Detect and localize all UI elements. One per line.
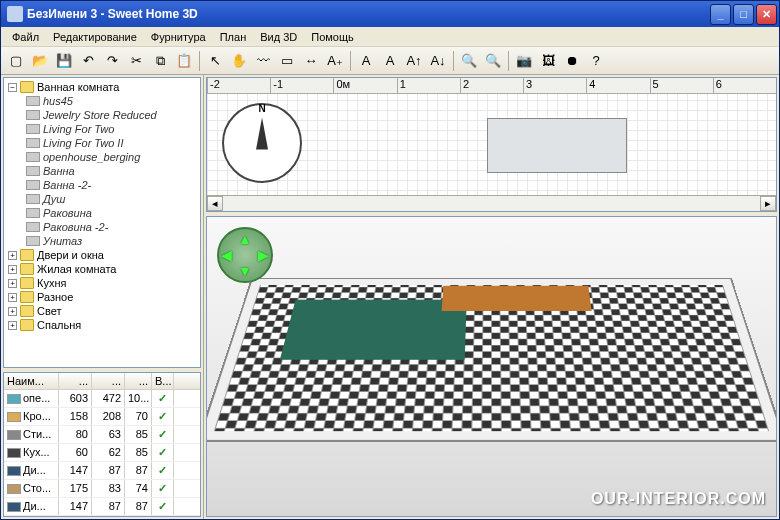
wall-icon[interactable]: 〰 — [252, 50, 274, 72]
nav-right-icon[interactable]: ▶ — [258, 247, 269, 263]
pan-icon[interactable]: ✋ — [228, 50, 250, 72]
scroll-right-icon[interactable]: ▸ — [760, 196, 776, 211]
catalog-tree[interactable]: − Ванная комната hus45Jewelry Store Redu… — [3, 77, 201, 368]
expand-icon[interactable]: + — [8, 265, 17, 274]
menu-view3d[interactable]: Вид 3D — [253, 29, 304, 45]
titlebar[interactable]: БезИмени 3 - Sweet Home 3D _ □ ✕ — [1, 1, 779, 27]
nav-down-icon[interactable]: ▼ — [238, 263, 252, 279]
copy-icon[interactable]: ⧉ — [149, 50, 171, 72]
text-bold-icon[interactable]: A — [355, 50, 377, 72]
expand-icon[interactable]: + — [8, 251, 17, 260]
redo-icon[interactable]: ↷ — [101, 50, 123, 72]
zoom-in-icon[interactable]: 🔍 — [458, 50, 480, 72]
open-icon[interactable]: 📂 — [29, 50, 51, 72]
tree-item[interactable]: Living For Two — [26, 122, 198, 136]
furniture-icon — [26, 236, 40, 246]
col-depth[interactable]: ... — [92, 373, 125, 389]
tree-root-label: Ванная комната — [37, 81, 119, 93]
check-icon[interactable]: ✓ — [158, 410, 167, 422]
check-icon[interactable]: ✓ — [158, 446, 167, 458]
tree-folder[interactable]: +Разное — [8, 290, 198, 304]
tree-folder[interactable]: +Жилая комната — [8, 262, 198, 276]
new-icon[interactable]: ▢ — [5, 50, 27, 72]
tree-item[interactable]: openhouse_berging — [26, 150, 198, 164]
plan-view-2d[interactable]: -2-10м123456 ◂ ▸ — [206, 77, 777, 212]
table-row[interactable]: Ди...1478787✓ — [4, 462, 200, 480]
tree-folder[interactable]: +Двери и окна — [8, 248, 198, 262]
tree-item[interactable]: Ванна -2- — [26, 178, 198, 192]
tree-item[interactable]: Раковина -2- — [26, 220, 198, 234]
col-name[interactable]: Наим... — [4, 373, 59, 389]
check-icon[interactable]: ✓ — [158, 482, 167, 494]
scroll-track[interactable] — [223, 196, 760, 211]
menu-furniture[interactable]: Фурнитура — [144, 29, 213, 45]
tree-root-folder[interactable]: − Ванная комната — [8, 80, 198, 94]
expand-icon[interactable]: + — [8, 293, 17, 302]
tree-item[interactable]: Раковина — [26, 206, 198, 220]
close-button[interactable]: ✕ — [756, 4, 777, 25]
table-row[interactable]: опе...60347210...✓ — [4, 390, 200, 408]
undo-icon[interactable]: ↶ — [77, 50, 99, 72]
view-3d[interactable]: ▲ ▼ ◀ ▶ OUR-INTERIOR.COM — [206, 216, 777, 517]
zoom-out-icon[interactable]: 🔍 — [482, 50, 504, 72]
dimension-icon[interactable]: ↔ — [300, 50, 322, 72]
item-icon — [7, 412, 21, 422]
nav-up-icon[interactable]: ▲ — [238, 231, 252, 247]
photo-icon[interactable]: 🖼 — [537, 50, 559, 72]
tree-folder[interactable]: +Кухня — [8, 276, 198, 290]
collapse-icon[interactable]: − — [8, 83, 17, 92]
nav-left-icon[interactable]: ◀ — [221, 247, 232, 263]
table-row[interactable]: Ди...1478787✓ — [4, 498, 200, 516]
text-icon[interactable]: A₊ — [324, 50, 346, 72]
expand-icon[interactable]: + — [8, 279, 17, 288]
table-row[interactable]: Кух...606285✓ — [4, 444, 200, 462]
check-icon[interactable]: ✓ — [158, 428, 167, 440]
check-icon[interactable]: ✓ — [158, 500, 167, 512]
cut-icon[interactable]: ✂ — [125, 50, 147, 72]
table-row[interactable]: Кро...15820870✓ — [4, 408, 200, 426]
item-icon — [7, 394, 21, 404]
increase-icon[interactable]: A↑ — [403, 50, 425, 72]
furniture-table[interactable]: Наим... ... ... ... В... опе...60347210.… — [3, 372, 201, 517]
navigation-pad[interactable]: ▲ ▼ ◀ ▶ — [217, 227, 273, 283]
expand-icon[interactable]: + — [8, 307, 17, 316]
tree-item[interactable]: Living For Two II — [26, 136, 198, 150]
compass-icon[interactable] — [222, 103, 302, 183]
check-icon[interactable]: ✓ — [158, 392, 167, 404]
tree-item[interactable]: Унитаз — [26, 234, 198, 248]
horizontal-scrollbar[interactable]: ◂ ▸ — [207, 195, 776, 211]
app-window: БезИмени 3 - Sweet Home 3D _ □ ✕ Файл Ре… — [0, 0, 780, 520]
select-icon[interactable]: ↖ — [204, 50, 226, 72]
expand-icon[interactable]: + — [8, 321, 17, 330]
menu-file[interactable]: Файл — [5, 29, 46, 45]
scroll-left-icon[interactable]: ◂ — [207, 196, 223, 211]
col-height[interactable]: ... — [125, 373, 152, 389]
minimize-button[interactable]: _ — [710, 4, 731, 25]
paste-icon[interactable]: 📋 — [173, 50, 195, 72]
room-icon[interactable]: ▭ — [276, 50, 298, 72]
camera-icon[interactable]: 📷 — [513, 50, 535, 72]
table-row[interactable]: Сто...1758374✓ — [4, 480, 200, 498]
plan-model-preview[interactable] — [487, 118, 627, 173]
col-visible[interactable]: В... — [152, 373, 174, 389]
check-icon[interactable]: ✓ — [158, 464, 167, 476]
save-icon[interactable]: 💾 — [53, 50, 75, 72]
text-italic-icon[interactable]: A — [379, 50, 401, 72]
tree-item[interactable]: hus45 — [26, 94, 198, 108]
tree-item[interactable]: Ванна — [26, 164, 198, 178]
menu-help[interactable]: Помощь — [304, 29, 361, 45]
decrease-icon[interactable]: A↓ — [427, 50, 449, 72]
menu-edit[interactable]: Редактирование — [46, 29, 144, 45]
maximize-button[interactable]: □ — [733, 4, 754, 25]
help-icon[interactable]: ? — [585, 50, 607, 72]
tree-folder[interactable]: +Спальня — [8, 318, 198, 332]
record-icon[interactable]: ⏺ — [561, 50, 583, 72]
tree-item[interactable]: Jewelry Store Reduced — [26, 108, 198, 122]
tree-folder[interactable]: +Свет — [8, 304, 198, 318]
table-row[interactable]: Сти...806385✓ — [4, 426, 200, 444]
col-width[interactable]: ... — [59, 373, 92, 389]
menu-plan[interactable]: План — [213, 29, 254, 45]
table-header[interactable]: Наим... ... ... ... В... — [4, 373, 200, 390]
tree-item[interactable]: Душ — [26, 192, 198, 206]
left-panel: − Ванная комната hus45Jewelry Store Redu… — [1, 75, 204, 519]
